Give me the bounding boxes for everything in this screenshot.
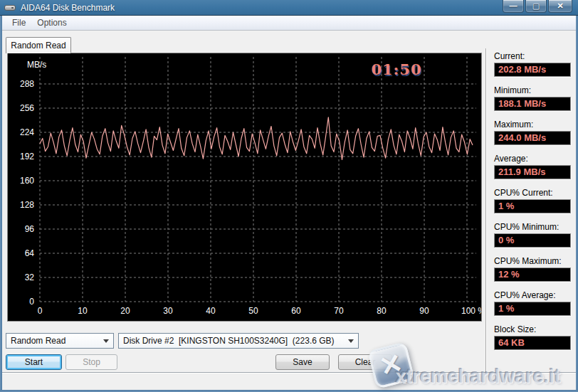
stat-cpu-maximum-label: CPU% Maximum: [494, 256, 571, 267]
svg-text:80: 80 [377, 306, 387, 316]
disk-drive-select[interactable]: Disk Drive #2 [KINGSTON SH100S3240G] (22… [118, 333, 359, 349]
benchmark-type-value: Random Read [11, 336, 65, 346]
svg-text:0: 0 [38, 306, 43, 316]
stat-current-label: Current: [494, 51, 571, 63]
stat-minimum-label: Minimum: [494, 85, 571, 97]
chart-line-series [40, 117, 473, 160]
stat-cpu-minimum-label: CPU% Minimum: [494, 222, 571, 233]
stat-cpu-average-label: CPU% Average: [494, 290, 571, 302]
stat-maximum-value: 244.0 MB/s [494, 131, 571, 145]
menu-file[interactable]: File [6, 16, 31, 29]
window-controls: — ▢ ✕ [503, 0, 572, 13]
clear-button[interactable]: Clear [338, 354, 392, 370]
svg-text:224: 224 [20, 127, 34, 137]
minimize-icon: — [510, 1, 517, 10]
window-title: AIDA64 Disk Benchmark [21, 3, 115, 13]
svg-text:20: 20 [120, 306, 130, 316]
stat-minimum: Minimum: 188.1 MB/s [494, 85, 571, 111]
menu-options[interactable]: Options [31, 16, 72, 29]
benchmark-type-select[interactable]: Random Read [6, 333, 114, 349]
benchmark-chart-panel: 0102030405060708090100 %2882562241921601… [7, 53, 482, 322]
stat-current: Current: 202.8 MB/s [494, 51, 571, 77]
stat-average-value: 211.9 MB/s [494, 165, 571, 179]
stat-cpu-current-label: CPU% Current: [494, 188, 571, 199]
stat-block-size-value: 64 KB [494, 336, 571, 350]
menu-bar: File Options [2, 16, 576, 31]
svg-text:50: 50 [248, 306, 258, 316]
stat-block-size: Block Size: 64 KB [494, 324, 571, 350]
svg-text:90: 90 [419, 306, 429, 316]
svg-text:40: 40 [206, 306, 216, 316]
stat-maximum-label: Maximum: [494, 120, 571, 131]
benchmark-chart: 0102030405060708090100 %2882562241921601… [8, 53, 481, 321]
stat-cpu-maximum-value: 12 % [494, 267, 571, 282]
svg-text:MB/s: MB/s [27, 60, 46, 70]
svg-text:0: 0 [29, 297, 34, 307]
tab-random-read[interactable]: Random Read [6, 37, 71, 53]
maximize-button[interactable]: ▢ [525, 0, 547, 13]
stat-cpu-minimum-value: 0 % [494, 233, 571, 248]
svg-text:64: 64 [25, 248, 35, 258]
app-window: AIDA64 Disk Benchmark — ▢ ✕ File Options… [0, 0, 578, 392]
disk-drive-value: Disk Drive #2 [KINGSTON SH100S3240G] (22… [123, 336, 335, 346]
stat-cpu-average-value: 1 % [494, 302, 571, 316]
client-area: File Options Random Read 010203040506070… [2, 16, 576, 390]
panel-separator [485, 48, 487, 377]
title-bar: AIDA64 Disk Benchmark [0, 0, 578, 16]
elapsed-time: 01:50 [362, 60, 431, 78]
minimize-button[interactable]: — [503, 0, 524, 13]
chevron-down-icon [103, 339, 109, 343]
save-button[interactable]: Save [275, 354, 330, 370]
svg-text:256: 256 [20, 103, 34, 113]
svg-text:96: 96 [25, 224, 35, 234]
svg-text:128: 128 [20, 200, 34, 210]
svg-text:30: 30 [163, 306, 173, 316]
start-button[interactable]: Start [6, 354, 62, 370]
svg-text:288: 288 [20, 79, 34, 89]
chevron-down-icon [348, 339, 354, 343]
stat-cpu-maximum: CPU% Maximum: 12 % [494, 256, 571, 282]
svg-text:60: 60 [291, 306, 301, 316]
stat-current-value: 202.8 MB/s [494, 63, 571, 77]
maximize-icon: ▢ [532, 1, 540, 10]
stat-maximum: Maximum: 244.0 MB/s [494, 120, 571, 145]
stat-block-size-label: Block Size: [494, 324, 571, 336]
svg-text:32: 32 [25, 272, 35, 282]
stats-panel: Current: 202.8 MB/s Minimum: 188.1 MB/s … [494, 51, 571, 359]
svg-text:70: 70 [334, 306, 344, 316]
stat-minimum-value: 188.1 MB/s [494, 97, 571, 111]
svg-text:160: 160 [20, 176, 34, 186]
stat-cpu-current: CPU% Current: 1 % [494, 188, 571, 213]
svg-text:10: 10 [78, 306, 88, 316]
hard-disk-icon [4, 3, 16, 13]
stat-cpu-minimum: CPU% Minimum: 0 % [494, 222, 571, 248]
stat-cpu-current-value: 1 % [494, 199, 571, 213]
close-icon: ✕ [557, 1, 563, 10]
close-button[interactable]: ✕ [548, 0, 572, 13]
status-bar [2, 372, 576, 390]
stat-cpu-average: CPU% Average: 1 % [494, 290, 571, 316]
stat-average: Average: 211.9 MB/s [494, 154, 571, 179]
stat-average-label: Average: [494, 154, 571, 165]
svg-text:192: 192 [20, 152, 34, 161]
stop-button[interactable]: Stop [65, 354, 117, 370]
svg-text:100 %: 100 % [461, 306, 481, 316]
